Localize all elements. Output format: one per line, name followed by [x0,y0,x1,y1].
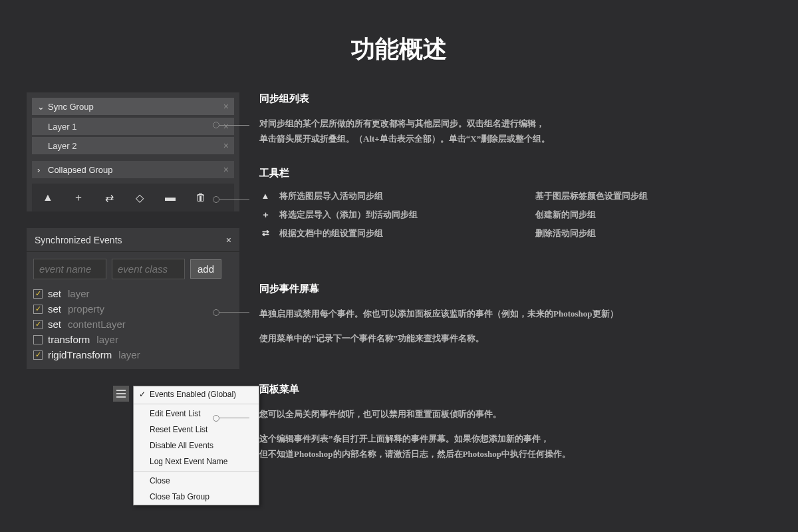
close-icon[interactable]: × [223,101,229,112]
toolbar-desc-row: 基于图层标签颜色设置同步组 [535,190,771,202]
events-header: Synchronized Events × [27,228,239,252]
section-heading: 面板菜单 [259,383,771,396]
toolbar-desc-row: 创建新的同步组 [535,209,771,221]
menu-area: Events Enabled (Global) Edit Event List … [27,386,239,505]
drop-icon[interactable]: ◇ [130,188,149,207]
panel-title: Synchronized Events [35,235,122,245]
toolbar-desc-row: 删除活动同步组 [535,227,771,239]
add-icon[interactable]: ＋ [69,188,88,207]
group-row-collapsed[interactable]: › Collapsed Group × [32,161,234,178]
close-icon[interactable]: × [226,235,231,245]
section-heading: 同步事件屏幕 [259,283,771,295]
menu-separator [134,471,259,471]
section-text: 单击箭头展开或折叠组。（Alt+单击表示全部）。单击“X”删除层或整个组。 [259,131,771,146]
connector-line [213,122,249,128]
menu-item[interactable]: Reset Event List [134,422,259,438]
checkbox-icon[interactable]: ✓ [33,350,43,360]
checkbox-icon[interactable]: ✓ [33,305,43,314]
event-item[interactable]: ✓rigidTransformlayer [33,347,233,362]
layer-row[interactable]: Layer 2 × [32,137,234,154]
menu-item[interactable]: Close [134,473,259,489]
close-icon[interactable]: × [223,140,229,151]
menu-item[interactable]: Disable All Events [134,438,259,454]
event-class-input[interactable] [112,259,185,279]
layer-name: Layer 1 [48,122,76,132]
connector-line [213,196,249,203]
event-item[interactable]: ✓setcontentLayer [33,317,233,332]
chevron-right-icon: › [37,165,48,175]
section-text: 您可以全局关闭事件侦听，也可以禁用和重置面板侦听的事件。 [259,406,771,422]
menu-separator [134,404,259,404]
section-heading: 同步组列表 [259,92,771,105]
section-heading: 工具栏 [259,167,771,180]
checkbox-icon[interactable]: ✓ [33,289,43,299]
close-icon[interactable]: × [223,164,229,175]
group-row-expanded[interactable]: ⌄ Sync Group × [32,98,234,115]
group-name: Sync Group [48,102,94,112]
sync-icon[interactable]: ⇄ [100,188,118,207]
import-icon: ▲ [259,191,271,201]
context-menu: Events Enabled (Global) Edit Event List … [133,386,259,505]
section-text: 单独启用或禁用每个事件。你也可以添加面板应该监听的事件（例如，未来的Photos… [259,306,771,321]
desc-sync-groups: 同步组列表 对同步组的某个层所做的所有更改都将与其他层同步。双击组名进行编辑， … [259,92,771,147]
chevron-down-icon: ⌄ [37,102,48,112]
section-text: 对同步组的某个层所做的所有更改都将与其他层同步。双击组名进行编辑， [259,116,771,131]
section-text: 使用菜单中的“记录下一个事件名称”功能来查找事件名称。 [259,331,771,346]
toolbar-desc-row: ⇄根据文档中的组设置同步组 [259,227,495,239]
connector-line [213,309,249,316]
import-icon[interactable]: ▲ [39,188,57,207]
hamburger-icon[interactable] [113,386,129,402]
toolbar-desc-row: ＋将选定层导入（添加）到活动同步组 [259,209,495,221]
checkbox-icon[interactable]: ✓ [33,335,43,344]
menu-item[interactable]: Events Enabled (Global) [134,386,259,402]
toolbar-desc-row: ▲将所选图层导入活动同步组 [259,190,495,202]
desc-menu: 面板菜单 您可以全局关闭事件侦听，也可以禁用和重置面板侦听的事件。 这个编辑事件… [259,383,771,462]
sync-group-panel: ⌄ Sync Group × Layer 1 × Layer 2 × › Col… [27,92,239,211]
add-icon: ＋ [259,209,271,221]
folder-icon[interactable]: ▬ [161,188,180,207]
layer-name: Layer 2 [48,141,76,151]
sync-icon: ⇄ [259,228,271,239]
connector-line [213,415,249,422]
section-text: 但不知道Photoshop的内部名称，请激活日志，然后在Photoshop中执行… [259,446,771,462]
add-button[interactable]: add [190,259,221,279]
page-title: 功能概述 [0,0,798,92]
section-text: 这个编辑事件列表”条目打开上面解释的事件屏幕。如果你想添加新的事件， [259,431,771,446]
menu-item[interactable]: Log Next Event Name [134,454,259,469]
event-item[interactable]: ✓setlayer [33,286,233,301]
group-name: Collapsed Group [48,165,113,175]
desc-toolbar: 工具栏 ▲将所选图层导入活动同步组 ＋将选定层导入（添加）到活动同步组 ⇄根据文… [259,167,771,246]
checkbox-icon[interactable]: ✓ [33,320,43,329]
events-panel: Synchronized Events × add ✓setlayer ✓set… [27,228,239,369]
desc-events: 同步事件屏幕 单独启用或禁用每个事件。你也可以添加面板应该监听的事件（例如，未来… [259,283,771,346]
toolbar: ▲ ＋ ⇄ ◇ ▬ 🗑 [32,184,234,211]
event-item[interactable]: ✓transformlayer [33,332,233,347]
menu-item[interactable]: Close Tab Group [134,489,259,505]
event-name-input[interactable] [33,259,106,279]
event-item[interactable]: ✓setproperty [33,301,233,317]
trash-icon[interactable]: 🗑 [192,188,210,207]
events-list: ✓setlayer ✓setproperty ✓setcontentLayer … [27,286,239,369]
layer-row[interactable]: Layer 1 × [32,118,234,135]
